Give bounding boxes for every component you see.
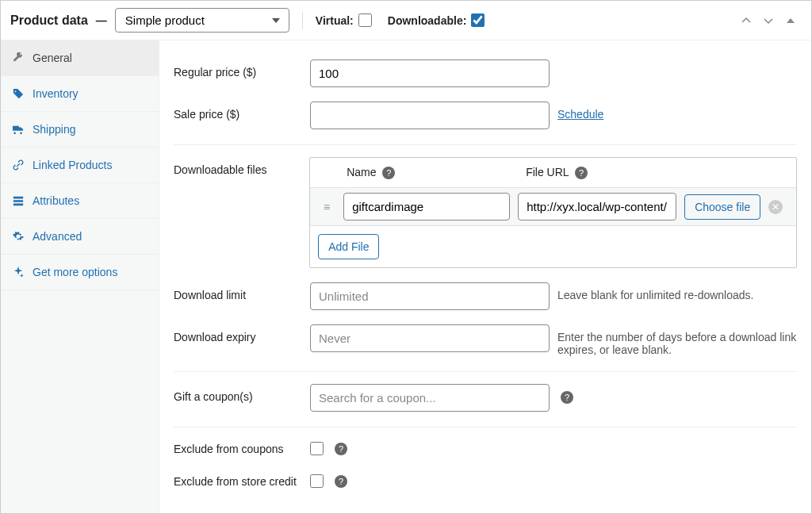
help-icon[interactable]: ? xyxy=(575,167,588,179)
caret-up-icon[interactable] xyxy=(784,14,797,27)
tab-label: Shipping xyxy=(33,123,76,136)
virtual-checkbox[interactable] xyxy=(358,13,372,27)
sparkle-icon xyxy=(12,266,25,278)
download-expiry-hint: Enter the number of days before a downlo… xyxy=(557,324,797,356)
exclude-coupons-label: Exclude from coupons xyxy=(174,443,310,455)
truck-icon xyxy=(12,123,25,136)
chevron-up-icon[interactable] xyxy=(740,14,753,27)
schedule-link[interactable]: Schedule xyxy=(557,108,603,121)
tab-advanced[interactable]: Advanced xyxy=(1,219,159,255)
file-url-input[interactable] xyxy=(518,193,676,221)
wrench-icon xyxy=(12,52,25,64)
sale-price-input[interactable] xyxy=(310,102,550,129)
file-name-input[interactable] xyxy=(343,193,510,221)
virtual-label: Virtual: xyxy=(316,14,354,27)
downloadable-toggle[interactable]: Downloadable: xyxy=(388,13,485,27)
exclude-coupons-checkbox[interactable] xyxy=(310,442,324,455)
panel-header: Product data — Simple product Virtual: D… xyxy=(1,1,811,40)
download-expiry-input[interactable] xyxy=(310,324,550,352)
delete-file-icon[interactable]: ✕ xyxy=(768,200,783,214)
choose-file-button[interactable]: Choose file xyxy=(684,194,760,220)
tab-get-more-options[interactable]: Get more options xyxy=(1,255,159,290)
virtual-toggle[interactable]: Virtual: xyxy=(316,13,372,27)
sale-price-label: Sale price ($) xyxy=(174,102,310,121)
tab-label: Inventory xyxy=(33,87,79,100)
help-icon[interactable]: ? xyxy=(382,167,395,179)
download-expiry-label: Download expiry xyxy=(174,324,310,343)
col-name-header: Name ? xyxy=(347,166,518,179)
tab-general[interactable]: General xyxy=(1,40,159,76)
help-icon[interactable]: ? xyxy=(335,443,347,455)
panel-toggle-arrows xyxy=(740,14,802,27)
tab-linked-products[interactable]: Linked Products xyxy=(1,148,159,183)
tab-label: Linked Products xyxy=(33,159,112,171)
tab-label: Get more options xyxy=(33,266,117,278)
panel-title: Product data xyxy=(10,13,88,28)
help-icon[interactable]: ? xyxy=(335,475,347,488)
tab-shipping[interactable]: Shipping xyxy=(1,112,159,148)
download-limit-label: Download limit xyxy=(174,282,310,301)
gift-coupons-input[interactable] xyxy=(310,384,550,412)
regular-price-input[interactable] xyxy=(310,59,550,87)
help-icon[interactable]: ? xyxy=(561,391,573,404)
exclude-store-credit-label: Exclude from store credit xyxy=(174,475,310,488)
tab-attributes[interactable]: Attributes xyxy=(1,183,159,219)
chevron-down-icon[interactable] xyxy=(762,14,775,27)
downloadable-label: Downloadable: xyxy=(388,14,467,27)
product-data-panel: Product data — Simple product Virtual: D… xyxy=(0,0,812,514)
tab-label: Attributes xyxy=(33,194,79,207)
drag-handle-icon[interactable]: ≡ xyxy=(318,201,335,213)
col-url-header: File URL ? xyxy=(526,166,787,179)
list-icon xyxy=(12,194,25,207)
tab-label: General xyxy=(33,52,72,64)
link-icon xyxy=(12,159,25,171)
add-file-button[interactable]: Add File xyxy=(318,234,379,259)
gear-icon xyxy=(12,230,25,243)
downloadable-files-label: Downloadable files xyxy=(174,157,309,176)
dash: — xyxy=(96,14,107,27)
product-type-select[interactable]: Simple product xyxy=(115,8,289,33)
product-type-select-wrap: Simple product xyxy=(115,8,289,33)
downloadable-files-table: Name ? File URL ? ≡ Choose file ✕ Add Fi… xyxy=(309,157,797,268)
downloadable-checkbox[interactable] xyxy=(471,13,485,27)
tab-content-general: Regular price ($) Sale price ($) Schedul… xyxy=(159,40,811,513)
download-limit-input[interactable] xyxy=(310,282,550,310)
gift-coupons-label: Gift a coupon(s) xyxy=(174,384,310,403)
downloadable-file-row: ≡ Choose file ✕ xyxy=(310,187,796,226)
tabs-sidebar: General Inventory Shipping Linked Produc… xyxy=(1,40,159,513)
regular-price-label: Regular price ($) xyxy=(174,59,310,79)
tab-label: Advanced xyxy=(33,230,82,243)
tab-inventory[interactable]: Inventory xyxy=(1,76,159,112)
exclude-store-credit-checkbox[interactable] xyxy=(310,474,324,488)
tag-icon xyxy=(12,87,25,100)
download-limit-hint: Leave blank for unlimited re-downloads. xyxy=(557,282,797,301)
divider xyxy=(302,12,303,29)
